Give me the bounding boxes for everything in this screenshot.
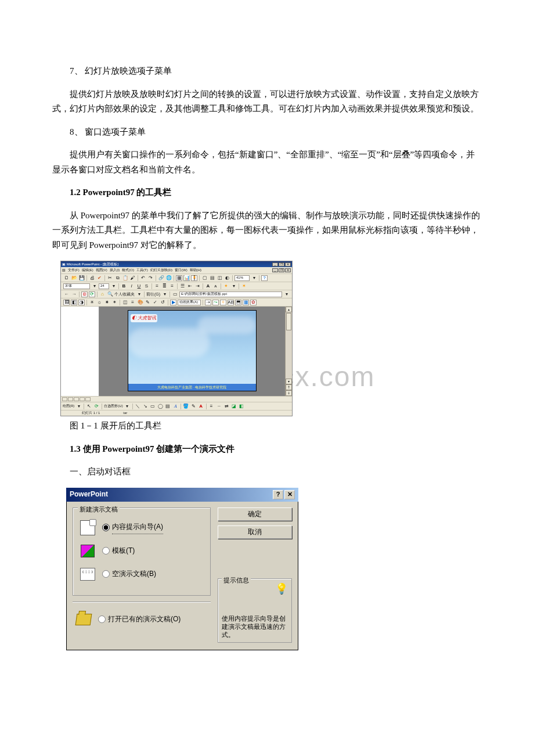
goto-dropdown-icon[interactable]: ▾ <box>161 291 168 297</box>
menu-edit[interactable]: 编辑(E) <box>82 267 93 273</box>
anim-2-icon[interactable]: ⤳ <box>212 300 219 305</box>
rect-icon[interactable]: ▭ <box>150 404 156 409</box>
anim-field[interactable]: 动画效果(A) <box>178 300 201 305</box>
line-style-icon[interactable]: ≡ <box>129 300 136 305</box>
autoshapes-dropdown-icon[interactable]: ▾ <box>124 404 131 409</box>
font-name-field[interactable]: 宋体 <box>63 283 90 289</box>
recolor-icon[interactable]: 🎨 <box>137 300 143 305</box>
oval-icon[interactable]: ◯ <box>157 404 164 409</box>
arrow-draw-icon[interactable]: ↘ <box>142 404 149 409</box>
animation-dropdown-icon[interactable]: ▾ <box>230 283 237 289</box>
anim-preview-icon[interactable]: ▶ <box>170 300 176 305</box>
menu-window[interactable]: 窗口(W) <box>175 267 187 273</box>
shadow-icon[interactable]: S <box>143 283 150 289</box>
common-tasks-icon[interactable]: ✶ <box>241 283 247 289</box>
font-size-field[interactable]: 24 <box>99 283 109 289</box>
web-toolbar-icon[interactable]: 🌐 <box>165 275 172 281</box>
insert-clipart-icon[interactable]: 🧍 <box>191 275 197 281</box>
anim-4-icon[interactable]: AB <box>228 300 234 305</box>
autoshapes-menu[interactable]: 自选图形(U) <box>104 403 122 409</box>
insert-chart-icon[interactable]: 📊 <box>183 275 190 281</box>
line-icon[interactable]: ＼ <box>135 404 141 409</box>
outline-pane[interactable] <box>61 307 99 396</box>
demote-icon[interactable]: ⇥ <box>194 283 201 289</box>
menu-file[interactable]: 文件(F) <box>68 267 80 273</box>
select-icon[interactable]: ↖ <box>86 404 92 409</box>
radio-blank[interactable] <box>102 570 110 578</box>
font-name-dropdown-icon[interactable]: ▾ <box>91 283 98 289</box>
vertical-scrollbar[interactable]: ▴ ▾ ⇑ ⇓ <box>285 307 292 396</box>
reset-pic-icon[interactable]: ↺ <box>160 300 166 305</box>
favorites-dropdown-icon[interactable]: ▾ <box>136 291 142 297</box>
print-icon[interactable]: 🖨 <box>89 275 95 281</box>
contrast-up-icon[interactable]: ☀ <box>89 300 95 305</box>
wordart-icon[interactable]: 𝑨 <box>172 404 179 409</box>
bold-icon[interactable]: B <box>121 283 127 289</box>
refresh-icon[interactable]: ⟳ <box>89 291 95 297</box>
close-icon[interactable]: ✕ <box>285 262 291 267</box>
dash-icon[interactable]: ┄ <box>216 404 222 409</box>
anim-3-icon[interactable]: ✧ <box>220 300 226 305</box>
goto-label[interactable]: 前往(G) <box>146 291 160 298</box>
spellcheck-icon[interactable]: ✔ <box>96 275 103 281</box>
ok-button[interactable]: 确定 <box>218 507 292 521</box>
underline-icon[interactable]: U <box>136 283 142 289</box>
align-left-icon[interactable]: ≡ <box>154 283 160 289</box>
back-icon[interactable]: ← <box>63 291 70 297</box>
scroll-thumb[interactable] <box>286 313 291 330</box>
stop-icon[interactable]: ⦻ <box>81 291 88 297</box>
radio-open-existing[interactable] <box>98 615 106 623</box>
dialog-close-icon[interactable]: ✕ <box>284 490 295 499</box>
redo-icon[interactable]: ↷ <box>147 275 154 281</box>
option-wizard-row[interactable]: 内容提示向导(A) <box>79 516 204 539</box>
anim-6-icon[interactable]: ▦ <box>243 300 249 305</box>
draw-menu[interactable]: 绘图(R) <box>63 403 74 409</box>
doc-minimize-icon[interactable]: _ <box>272 268 278 272</box>
slideshow-view-icon[interactable] <box>85 397 91 401</box>
hyperlink-icon[interactable]: 🔗 <box>158 275 164 281</box>
minimize-icon[interactable]: _ <box>272 262 278 267</box>
doc-restore-icon[interactable]: ❐ <box>279 268 284 272</box>
align-center-icon[interactable]: ≣ <box>161 283 168 289</box>
scroll-down-icon[interactable]: ▾ <box>286 379 292 384</box>
image-control-icon[interactable]: ◧ <box>71 300 77 305</box>
rotate-icon[interactable]: ⟳ <box>93 404 100 409</box>
address-field[interactable]: E:\内部网站资料\集团模板.ppt <box>179 291 282 297</box>
decrease-font-icon[interactable]: A <box>212 283 219 289</box>
open-icon[interactable]: 📂 <box>71 275 77 281</box>
anim-order-icon[interactable]: ✿ <box>250 300 257 305</box>
font-size-dropdown-icon[interactable]: ▾ <box>110 283 117 289</box>
radio-template[interactable] <box>102 547 110 555</box>
prev-slide-icon[interactable]: ⇑ <box>286 384 292 390</box>
promote-icon[interactable]: ⇤ <box>187 283 193 289</box>
home-icon[interactable]: ⌂ <box>99 291 106 297</box>
cancel-button[interactable]: 取消 <box>218 525 292 539</box>
scroll-up-icon[interactable]: ▴ <box>286 307 292 312</box>
slide-pane[interactable]: ◐ 大虎智讯 大虎电信科技产业集团 · 电信科学技术研究院 <box>99 307 285 396</box>
bright-up-icon[interactable]: ✷ <box>104 300 110 305</box>
more-contrast-icon[interactable]: ◑ <box>78 300 85 305</box>
option-open-row[interactable]: 打开已有的演示文稿(O) <box>73 607 211 632</box>
fill-color-icon[interactable]: 🪣 <box>183 404 189 409</box>
transparent-icon[interactable]: ✓ <box>152 300 158 305</box>
slide-layout-icon[interactable]: ▤ <box>209 275 215 281</box>
new-icon[interactable]: 🗋 <box>63 275 70 281</box>
paste-icon[interactable]: 📋 <box>122 275 128 281</box>
menu-insert[interactable]: 插入(I) <box>110 267 120 273</box>
menu-format[interactable]: 格式(O) <box>122 267 134 273</box>
forward-icon[interactable]: → <box>71 291 77 297</box>
doc-close-icon[interactable]: ✕ <box>285 268 291 272</box>
insert-table-icon[interactable]: ▦ <box>176 275 182 281</box>
zoom-field[interactable]: 41% <box>234 275 250 281</box>
anim-1-icon[interactable]: ⇢ <box>205 300 211 305</box>
address-dropdown-icon[interactable]: ▾ <box>283 291 290 297</box>
help-icon[interactable]: ? <box>261 275 268 281</box>
radio-wizard[interactable] <box>102 524 110 531</box>
animation-effects-icon[interactable]: ✦ <box>223 283 229 289</box>
sorter-view-icon[interactable] <box>80 397 85 401</box>
menu-view[interactable]: 视图(V) <box>96 267 107 273</box>
cut-icon[interactable]: ✂ <box>107 275 113 281</box>
font-color-icon[interactable]: A <box>198 404 204 409</box>
maximize-icon[interactable]: ❐ <box>279 262 284 267</box>
arrow-style-icon[interactable]: ⇄ <box>223 404 230 409</box>
